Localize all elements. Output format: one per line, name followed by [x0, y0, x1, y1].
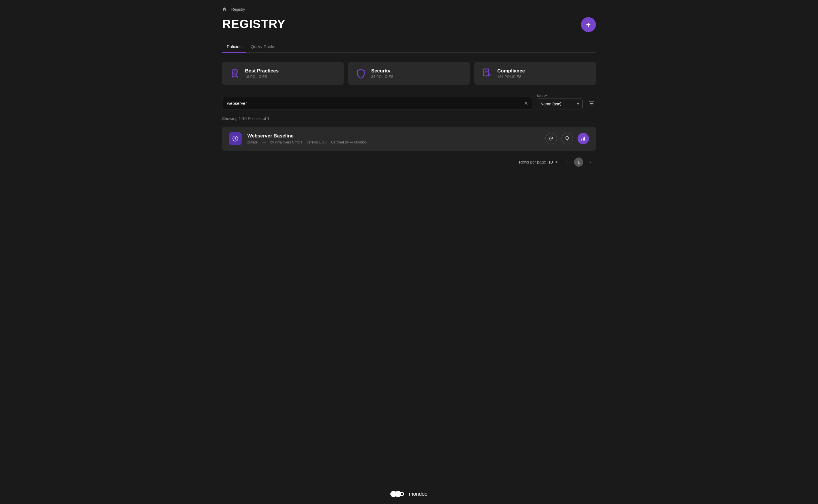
rows-select-wrap: 10 25 50 ▼: [548, 160, 558, 164]
mondoo-logo: [390, 491, 404, 497]
category-cards: Best Practices 18 POLICIES Security 34 P…: [222, 62, 596, 85]
footer-brand: mondoo: [409, 491, 427, 497]
search-row: ✕ Sort by Name (asc) Name (desc) Date (a…: [222, 94, 596, 109]
policy-version: Version 1.0.0: [306, 140, 327, 144]
rows-per-page-select[interactable]: 10 25 50: [548, 160, 558, 164]
tab-query-packs[interactable]: Query Packs: [246, 41, 280, 53]
svg-rect-10: [584, 137, 585, 141]
policy-meta: private — by Infralovers GmbH Version 1.…: [247, 140, 367, 144]
sort-select[interactable]: Name (asc) Name (desc) Date (asc) Date (…: [537, 99, 583, 109]
page-title: REGISTRY: [222, 17, 286, 31]
logo-dot-3: [400, 492, 404, 496]
page-header: REGISTRY +: [222, 17, 596, 32]
policy-author: by Infralovers GmbH: [270, 140, 302, 144]
svg-point-1: [234, 70, 236, 73]
search-clear-button[interactable]: ✕: [523, 100, 529, 107]
sort-container: Sort by Name (asc) Name (desc) Date (asc…: [537, 94, 583, 109]
security-shield-icon: [355, 68, 367, 79]
breadcrumb: › Registry: [222, 7, 596, 11]
policy-list: Webserver Baseline private — by Infralov…: [222, 127, 596, 151]
results-info: Showing 1-10 Policies of 1: [222, 116, 596, 121]
svg-rect-9: [583, 137, 584, 141]
rows-per-page-label: Rows per page: [519, 160, 546, 164]
policy-name: Webserver Baseline: [247, 133, 367, 139]
page-1-button[interactable]: 1: [574, 157, 583, 167]
next-page-button[interactable]: ›: [585, 157, 595, 167]
category-card-security[interactable]: Security 34 POLICIES: [348, 62, 470, 85]
policy-icon: [229, 132, 242, 145]
tab-policies[interactable]: Policies: [222, 41, 246, 53]
filter-button[interactable]: [587, 97, 596, 109]
security-count: 34 POLICIES: [371, 75, 394, 79]
best-practices-name: Best Practices: [245, 68, 279, 74]
search-input[interactable]: [222, 97, 532, 109]
policy-refresh-button[interactable]: [545, 133, 557, 144]
add-button[interactable]: +: [581, 17, 596, 32]
search-container: ✕: [222, 97, 532, 109]
award-icon: [229, 68, 241, 79]
svg-rect-8: [581, 139, 582, 141]
policy-chart-button[interactable]: [577, 133, 589, 144]
category-card-best-practices[interactable]: Best Practices 18 POLICIES: [222, 62, 344, 85]
category-card-compliance[interactable]: Compliance 161 POLICIES: [474, 62, 596, 85]
breadcrumb-current: Registry: [231, 7, 245, 11]
home-icon[interactable]: [222, 7, 227, 11]
page-nav: ‹ 1 ›: [563, 157, 595, 167]
security-name: Security: [371, 68, 394, 74]
breadcrumb-separator: ›: [229, 7, 230, 11]
policy-row[interactable]: Webserver Baseline private — by Infralov…: [222, 127, 596, 151]
svg-point-7: [235, 138, 236, 139]
rows-per-page: Rows per page 10 25 50 ▼: [519, 160, 558, 164]
best-practices-count: 18 POLICIES: [245, 75, 279, 79]
tabs-container: Policies Query Packs: [222, 41, 596, 53]
sort-wrapper: Name (asc) Name (desc) Date (asc) Date (…: [537, 99, 583, 109]
policy-lightbulb-button[interactable]: [561, 133, 573, 144]
policy-certified: Certified By — Mondoo: [331, 140, 367, 144]
sort-label: Sort by: [537, 94, 583, 97]
policy-private: private: [247, 140, 258, 144]
compliance-icon: [481, 68, 493, 79]
footer: mondoo: [0, 484, 818, 504]
pagination-row: Rows per page 10 25 50 ▼ ‹ 1 ›: [222, 157, 596, 167]
compliance-count: 161 POLICIES: [497, 75, 525, 79]
compliance-name: Compliance: [497, 68, 525, 74]
policy-actions: [545, 133, 589, 144]
prev-page-button[interactable]: ‹: [563, 157, 572, 167]
